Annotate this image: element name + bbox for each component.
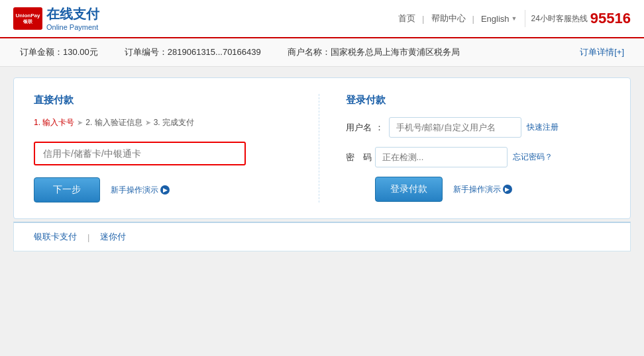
login-pay-button[interactable]: 登录付款 [375,177,443,202]
chevron-down-icon: ▼ [511,15,517,22]
demo-circle-icon: ▶ [160,185,170,195]
tab-sep: | [87,232,89,242]
arrow-icon-2: ➤ [145,118,151,127]
direct-pay-title: 直接付款 [34,94,299,107]
nav-help[interactable]: 帮助中心 [426,13,471,24]
direct-pay-btn-row: 下一步 新手操作演示 ▶ [34,177,299,202]
next-step-button[interactable]: 下一步 [34,177,100,202]
logo-en: Online Payment [46,22,99,32]
login-pay-section: 登录付款 用户名 ： 快速注册 密 码： 忘记密码？ 登录付款 新手操作演示 ▶ [319,94,611,202]
nav-home[interactable]: 首页 [393,13,421,24]
register-link[interactable]: 快速注册 [527,122,559,133]
card-input-wrapper [34,142,246,165]
nav-sep-2: | [471,14,476,24]
logo-area: UnionPay 银联 在线支付 Online Payment [13,5,99,32]
merchant-name: 商户名称：国家税务总局上海市黄浦区税务局 [288,46,460,58]
username-label: 用户名 [346,122,370,134]
forgot-password-link[interactable]: 忘记密码？ [513,152,553,163]
page-header: UnionPay 银联 在线支付 Online Payment 首页 | 帮助中… [0,0,644,38]
step-3: 3. 完成支付 [154,117,194,128]
step-1: 1. 输入卡号 [34,117,74,128]
password-label: 密 码： [346,152,370,163]
hotline-label: 24小时客服热线 [531,13,587,24]
order-bar: 订单金额：130.00元 订单编号：2819061315...70166439 … [0,38,644,67]
tab-unionpay[interactable]: 银联卡支付 [34,231,77,243]
login-pay-title: 登录付款 [346,94,611,107]
lang-selector[interactable]: English ▼ [476,14,523,24]
badge-top-text: UnionPay [16,13,40,19]
colon-1: ： [375,122,384,134]
steps-row: 1. 输入卡号 ➤ 2. 输入验证信息 ➤ 3. 完成支付 [34,117,299,128]
card-number-input[interactable] [43,148,237,159]
username-row: 用户名 ： 快速注册 [346,117,611,138]
badge-bottom-text: 银联 [23,19,32,24]
order-amount-value: 130.00 [63,47,89,57]
password-row: 密 码： 忘记密码？ [346,147,611,167]
password-input[interactable] [375,147,508,167]
unionpay-badge: UnionPay 银联 [13,7,42,30]
login-demo-link[interactable]: 新手操作演示 ▶ [453,184,512,195]
hotline-number: 95516 [590,10,631,27]
demo-link-text: 新手操作演示 [111,185,158,196]
payment-panel: 直接付款 1. 输入卡号 ➤ 2. 输入验证信息 ➤ 3. 完成支付 下一步 新… [13,77,631,219]
lang-label: English [481,14,510,24]
login-btn-row: 登录付款 新手操作演示 ▶ [346,177,611,202]
order-detail-link[interactable]: 订单详情[+] [580,46,624,58]
nav-sep-1: | [421,14,425,24]
hotline-area: 24小时客服热线 95516 [525,10,631,27]
main-content: 直接付款 1. 输入卡号 ➤ 2. 输入验证信息 ➤ 3. 完成支付 下一步 新… [0,67,644,262]
arrow-icon-1: ➤ [77,118,83,127]
logo-cn: 在线支付 [46,5,99,22]
login-demo-circle-icon: ▶ [503,185,512,194]
username-input[interactable] [389,117,521,138]
direct-pay-section: 直接付款 1. 输入卡号 ➤ 2. 输入验证信息 ➤ 3. 完成支付 下一步 新… [34,94,319,202]
logo-text: 在线支付 Online Payment [46,5,99,32]
bottom-tabs: 银联卡支付 | 迷你付 [13,222,631,251]
step-2: 2. 输入验证信息 [85,117,142,128]
header-nav: 首页 | 帮助中心 | English ▼ 24小时客服热线 95516 [393,10,631,27]
login-demo-text: 新手操作演示 [453,184,501,195]
tab-minipay[interactable]: 迷你付 [100,231,126,243]
order-number: 订单编号：2819061315...70166439 [125,46,261,58]
order-amount-label: 订单金额：130.00元 [20,46,98,58]
direct-pay-demo-link[interactable]: 新手操作演示 ▶ [111,185,170,196]
